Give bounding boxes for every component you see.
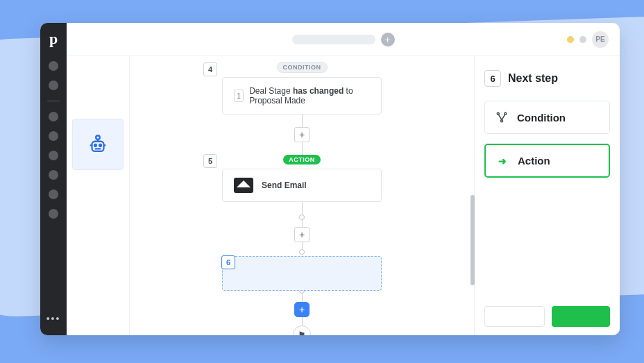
- nav-item[interactable]: [49, 170, 58, 180]
- email-icon: [234, 178, 253, 193]
- panel-title: Next step: [508, 72, 558, 85]
- presence-indicator: [579, 36, 586, 43]
- nav-item[interactable]: [49, 112, 58, 121]
- plus-icon: +: [299, 129, 305, 140]
- branch-icon: [495, 111, 509, 124]
- workflow-canvas[interactable]: CONDITION 4 1 Deal Stage has changed to …: [129, 56, 474, 335]
- panel-step-number: 6: [484, 70, 501, 87]
- connector-node: [299, 249, 305, 255]
- robot-icon: [86, 133, 110, 156]
- svg-point-3: [94, 144, 96, 146]
- plus-icon: +: [384, 35, 390, 44]
- step-number: 6: [221, 255, 235, 269]
- svg-point-10: [501, 120, 503, 122]
- scrollbar-thumb[interactable]: [471, 195, 475, 285]
- app-window: p ••• + PE: [40, 23, 620, 335]
- title-placeholder: [292, 35, 375, 44]
- connector-line: [302, 202, 303, 214]
- condition-card[interactable]: 4 1 Deal Stage has changed to Proposal M…: [222, 77, 382, 115]
- new-step-placeholder[interactable]: 6: [222, 256, 382, 291]
- plus-icon: +: [299, 229, 305, 240]
- plus-icon: +: [299, 304, 305, 315]
- user-avatar[interactable]: PE: [592, 31, 609, 48]
- confirm-button[interactable]: [552, 306, 611, 327]
- connector-line: [302, 115, 303, 127]
- connector-line: [302, 294, 303, 302]
- side-panel: 6 Next step Condition ➜: [474, 56, 620, 335]
- connector-line: [302, 317, 303, 326]
- add-step-button[interactable]: +: [294, 127, 310, 142]
- avatar-initials: PE: [595, 35, 604, 43]
- nav-item[interactable]: [49, 61, 58, 71]
- left-column: [67, 56, 129, 335]
- nav-rail: p •••: [40, 23, 67, 335]
- svg-rect-2: [92, 142, 104, 151]
- flag-icon: ⚑: [298, 330, 306, 336]
- option-label: Action: [518, 155, 550, 167]
- action-card[interactable]: 5 Send Email: [222, 169, 382, 202]
- automation-icon-card[interactable]: [72, 119, 124, 170]
- condition-text: Deal Stage has changed to Proposal Made: [249, 86, 373, 105]
- app-logo[interactable]: p: [49, 30, 58, 48]
- nav-more[interactable]: •••: [46, 313, 61, 324]
- nav-item[interactable]: [49, 131, 58, 141]
- panel-footer: [484, 306, 610, 327]
- condition-tag: CONDITION: [277, 62, 328, 73]
- connector-line: [302, 220, 303, 227]
- nav-item[interactable]: [49, 209, 58, 219]
- title-pill: +: [292, 33, 395, 47]
- option-condition[interactable]: Condition: [484, 101, 610, 134]
- action-tag: ACTION: [283, 155, 321, 164]
- action-title: Send Email: [262, 180, 307, 190]
- top-bar: + PE: [67, 23, 620, 56]
- add-step-button[interactable]: +: [294, 227, 310, 242]
- nav-item[interactable]: [49, 189, 58, 199]
- svg-point-4: [99, 144, 101, 146]
- svg-point-8: [497, 112, 499, 115]
- body: CONDITION 4 1 Deal Stage has changed to …: [67, 56, 620, 335]
- step-number: 5: [203, 154, 217, 168]
- presence-indicator: [567, 36, 574, 43]
- nav-item[interactable]: [49, 81, 58, 90]
- svg-point-9: [505, 112, 507, 115]
- option-action[interactable]: ➜ Action: [484, 144, 610, 178]
- option-label: Condition: [517, 112, 566, 124]
- add-step-primary-button[interactable]: +: [294, 302, 310, 317]
- connector-line: [302, 242, 303, 249]
- main-area: + PE: [67, 23, 620, 335]
- add-tab-button[interactable]: +: [381, 33, 395, 47]
- workflow-flow: CONDITION 4 1 Deal Stage has changed to …: [130, 56, 474, 335]
- connector-line: [302, 142, 303, 155]
- panel-heading: 6 Next step: [484, 70, 610, 87]
- nav-item[interactable]: [49, 151, 58, 160]
- nav-separator: [47, 101, 60, 101]
- connector-node: [299, 214, 305, 220]
- topbar-right: PE: [567, 31, 609, 48]
- rule-index: 1: [234, 90, 244, 102]
- end-node[interactable]: ⚑: [293, 326, 311, 335]
- cancel-button[interactable]: [484, 306, 545, 327]
- svg-point-0: [96, 135, 100, 140]
- arrow-right-icon: ➜: [495, 155, 509, 167]
- step-number: 4: [203, 62, 217, 76]
